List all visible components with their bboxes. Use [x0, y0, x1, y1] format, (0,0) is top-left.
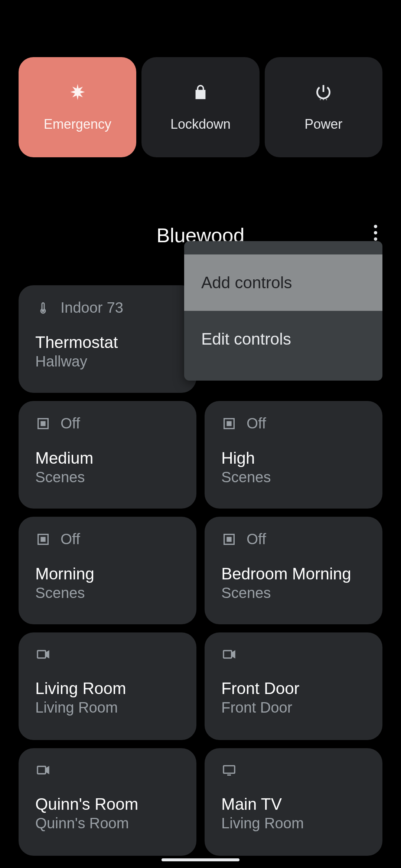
tile-scene-high[interactable]: Off High Scenes [205, 401, 382, 509]
tile-sub: Living Room [35, 699, 180, 716]
tile-name: Morning [35, 565, 180, 583]
scene-icon [221, 416, 237, 431]
top-actions-row: Emergency Lockdown Power [0, 0, 401, 157]
overflow-menu-button[interactable] [366, 224, 384, 241]
lockdown-button[interactable]: Lockdown [141, 57, 259, 157]
scene-icon [221, 532, 237, 547]
asterisk-icon [68, 82, 87, 102]
power-label: Power [304, 116, 342, 132]
tile-name: Thermostat [35, 333, 180, 352]
camera-icon [35, 762, 51, 778]
lock-icon [191, 82, 210, 102]
svg-point-3 [42, 310, 44, 312]
svg-rect-15 [224, 766, 235, 773]
gesture-nav-bar[interactable] [162, 858, 239, 861]
tile-name: Main TV [221, 795, 366, 813]
tile-name: Front Door [221, 679, 366, 698]
tile-status: Off [61, 415, 80, 432]
tile-name: Bedroom Morning [221, 565, 366, 583]
tile-sub: Scenes [221, 469, 366, 486]
camera-icon [221, 647, 237, 662]
lockdown-label: Lockdown [170, 116, 231, 132]
tile-status: Off [247, 531, 266, 548]
svg-rect-13 [224, 651, 232, 658]
svg-rect-11 [227, 537, 231, 541]
tile-sub: Hallway [35, 353, 180, 370]
tile-status: Indoor 73 [61, 299, 123, 316]
emergency-label: Emergency [44, 116, 111, 132]
scene-icon [35, 416, 51, 431]
menu-item-add-controls[interactable]: Add controls [184, 254, 382, 311]
emergency-button[interactable]: Emergency [19, 57, 136, 157]
tile-camera-front-door[interactable]: Front Door Front Door [205, 632, 382, 740]
svg-point-2 [326, 99, 327, 101]
tile-scene-medium[interactable]: Off Medium Scenes [19, 401, 196, 509]
tile-scene-morning[interactable]: Off Morning Scenes [19, 517, 196, 624]
tile-sub: Scenes [35, 585, 180, 601]
svg-rect-7 [227, 422, 231, 425]
tile-camera-quinns-room[interactable]: Quinn's Room Quinn's Room [19, 748, 196, 856]
tile-scene-bedroom-morning[interactable]: Off Bedroom Morning Scenes [205, 517, 382, 624]
overflow-popup-menu: Add controls Edit controls [184, 241, 382, 381]
tile-sub: Living Room [221, 815, 366, 832]
tile-main-tv[interactable]: Main TV Living Room [205, 748, 382, 856]
scene-icon [35, 532, 51, 547]
tile-sub: Scenes [35, 469, 180, 486]
menu-item-edit-controls[interactable]: Edit controls [184, 311, 382, 367]
thermometer-icon [35, 300, 51, 316]
tile-name: Living Room [35, 679, 180, 698]
tv-icon [221, 762, 237, 778]
svg-rect-5 [41, 422, 45, 425]
tile-name: Medium [35, 449, 180, 467]
svg-point-0 [320, 99, 321, 101]
power-icon [314, 82, 333, 102]
camera-icon [35, 647, 51, 662]
svg-rect-14 [38, 766, 46, 774]
tile-name: High [221, 449, 366, 467]
power-button[interactable]: Power [265, 57, 382, 157]
more-vert-icon [374, 225, 377, 228]
svg-rect-9 [41, 537, 45, 541]
svg-point-1 [323, 99, 324, 101]
tile-sub: Quinn's Room [35, 815, 180, 832]
tile-sub: Front Door [221, 699, 366, 716]
tile-camera-living-room[interactable]: Living Room Living Room [19, 632, 196, 740]
tile-name: Quinn's Room [35, 795, 180, 813]
tile-status: Off [61, 531, 80, 548]
tile-thermostat[interactable]: Indoor 73 Thermostat Hallway [19, 285, 196, 393]
svg-rect-12 [38, 651, 46, 658]
tile-sub: Scenes [221, 585, 366, 601]
tile-status: Off [247, 415, 266, 432]
